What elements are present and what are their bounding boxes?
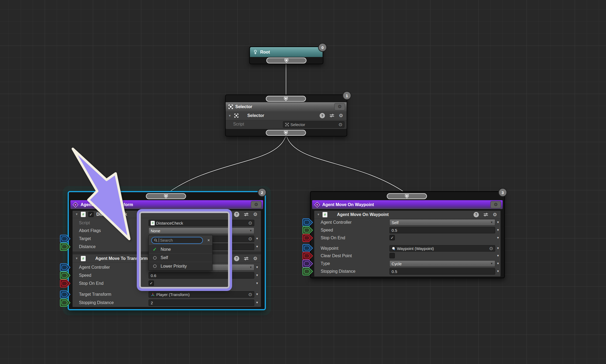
selector-script-field[interactable]: Selector ⊙ (283, 121, 344, 128)
stop-on-end-link-arrow-icon[interactable]: ▼ (497, 236, 499, 239)
speed-value: 0.5 (392, 228, 397, 233)
script-label: Script (233, 122, 244, 127)
radio-circle-icon (153, 264, 157, 268)
agent-controller-label: Agent Controller (79, 265, 110, 270)
distance-link-arrow-icon[interactable]: ▼ (256, 245, 259, 248)
clear-search-icon[interactable]: × (207, 238, 210, 243)
speed-link-arrow-icon[interactable]: ▼ (256, 274, 259, 277)
stopping-distance-port[interactable] (59, 298, 71, 307)
selector-node-settings-button[interactable]: ⚙ (334, 103, 345, 110)
agent-move-on-waypoint-node[interactable]: Agent Move On Waypoint ⚙ ▼ # Agent Move … (310, 191, 505, 278)
foldout-arrow-icon[interactable]: ▼ (317, 213, 320, 216)
gear-icon[interactable]: ⚙ (339, 113, 343, 118)
stopping-distance-field[interactable]: 2 (149, 299, 254, 306)
dropdown-item-lower-priority[interactable]: Lower Priority (149, 262, 212, 270)
object-picker-icon[interactable]: ⊙ (248, 237, 252, 241)
right-node-settings-button[interactable]: ⚙ (490, 201, 501, 208)
stop-on-end-label: Stop On End (321, 236, 345, 240)
root-icon (253, 50, 258, 55)
stop-on-end-checkbox[interactable]: ✓ (389, 235, 395, 240)
type-link-arrow-icon[interactable]: ▼ (497, 262, 499, 265)
object-picker-icon[interactable]: ⊙ (248, 292, 252, 297)
target-transform-object-field[interactable]: Player (Transform) ⊙ (149, 291, 254, 298)
foldout-arrow-icon[interactable]: ▼ (75, 257, 78, 260)
dropdown-item-self[interactable]: Self (149, 254, 212, 262)
target-label: Target (79, 236, 91, 241)
help-icon[interactable]: ? (474, 212, 479, 217)
target-transform-link-arrow-icon[interactable]: ▼ (256, 293, 259, 296)
root-node[interactable]: Root (249, 46, 323, 64)
agent-controller-link-arrow-icon[interactable]: ▼ (497, 221, 499, 224)
search-input[interactable]: Search (151, 237, 203, 244)
stopping-distance-label: Stopping Distance (321, 269, 355, 274)
left-node-settings-button[interactable]: ⚙ (251, 201, 262, 208)
speed-label: Speed (321, 228, 333, 233)
stopping-distance-link-arrow-icon[interactable]: ▼ (256, 301, 259, 304)
waypoint-icon (392, 247, 396, 251)
help-icon[interactable]: ? (234, 212, 239, 217)
root-output-connector[interactable] (266, 58, 306, 63)
target-transform-value: Player (Transform) (156, 292, 190, 297)
stopping-distance-link-arrow-icon[interactable]: ▼ (497, 270, 499, 273)
selector-input-connector[interactable] (266, 96, 306, 102)
target-port[interactable] (59, 234, 71, 243)
speed-link-arrow-icon[interactable]: ▼ (497, 229, 499, 232)
connector-shield-icon (404, 194, 410, 199)
speed-field[interactable]: 0.5 (389, 227, 495, 233)
agent-controller-dropdown[interactable]: Self ▼ (389, 219, 495, 226)
left-node-input-connector[interactable] (146, 193, 186, 199)
presets-icon[interactable] (483, 212, 488, 217)
selector-icon (234, 113, 239, 118)
foldout-arrow-icon[interactable]: ▼ (228, 114, 231, 117)
agent-move-on-waypoint-section-header[interactable]: ▼ # Agent Move On Waypoint ? ⚙ (314, 211, 501, 219)
selector-inspector-header[interactable]: ▼ Selector ? ⚙ (226, 111, 347, 120)
gear-icon[interactable]: ⚙ (253, 212, 257, 217)
right-node-input-connector[interactable] (387, 193, 427, 199)
root-node-title: Root (260, 50, 270, 55)
type-dropdown[interactable]: Cycle ▼ (389, 260, 495, 267)
waypoint-link-arrow-icon[interactable]: ▼ (497, 247, 499, 250)
speed-label: Speed (79, 273, 91, 278)
presets-icon[interactable] (329, 113, 335, 118)
behavior-tree-canvas[interactable]: Root 0 Selector ⚙ (0, 0, 606, 364)
help-icon[interactable]: ? (320, 113, 325, 118)
agent-controller-link-arrow-icon[interactable]: ▼ (256, 266, 259, 269)
object-picker-icon[interactable]: ⊙ (339, 122, 342, 127)
stopping-distance-field[interactable]: 0.5 (389, 268, 495, 275)
dropdown-arrow-icon: ▼ (490, 221, 493, 224)
presets-icon[interactable] (244, 212, 249, 217)
stop-on-end-port[interactable] (59, 279, 71, 288)
foldout-arrow-icon[interactable]: ▼ (75, 213, 78, 216)
abort-flags-label: Abort Flags (79, 228, 101, 233)
script-file-icon: # (323, 212, 327, 217)
target-transform-port[interactable] (59, 290, 71, 299)
stop-on-end-label: Stop On End (79, 281, 104, 286)
selector-node-title: Selector (235, 104, 252, 109)
object-picker-icon[interactable]: ⊙ (248, 221, 252, 225)
speed-port[interactable] (59, 271, 71, 280)
abort-flags-dropdown-popup: Search × ✓ None Self Lower Priority (149, 235, 213, 271)
object-picker-icon[interactable]: ⊙ (489, 246, 493, 251)
selector-output-connector[interactable] (266, 130, 306, 136)
target-link-arrow-icon[interactable]: ▼ (256, 237, 259, 240)
clear-dest-point-checkbox[interactable] (389, 253, 395, 258)
distancecheck-enabled-checkbox[interactable]: ✓ (88, 212, 94, 217)
gear-icon[interactable]: ⚙ (253, 256, 257, 261)
help-icon[interactable]: ? (234, 256, 239, 261)
stop-on-end-link-arrow-icon[interactable]: ▼ (256, 282, 259, 285)
selector-node[interactable]: Selector ⚙ ▼ Selector ? ⚙ Script (225, 94, 347, 136)
stop-on-end-port[interactable] (302, 233, 314, 242)
checkmark-icon: ✓ (391, 236, 394, 240)
distance-port[interactable] (59, 242, 71, 251)
presets-icon[interactable] (244, 256, 249, 261)
left-node-title: Agent Move To Transform (81, 202, 133, 207)
waypoint-object-field[interactable]: Waypoint (Waypoint) ⊙ (389, 245, 495, 252)
gear-icon[interactable]: ⚙ (493, 212, 497, 217)
agent-controller-port[interactable] (59, 263, 71, 272)
stopping-distance-port[interactable] (302, 267, 314, 276)
checkmark-icon: ✓ (89, 212, 93, 217)
clear-dest-point-link-arrow-icon[interactable]: ▼ (497, 254, 499, 257)
selector-node-header: Selector ⚙ (226, 102, 347, 111)
dropdown-item-none[interactable]: ✓ None (149, 245, 212, 254)
dropdown-search-row: Search × (149, 235, 212, 245)
